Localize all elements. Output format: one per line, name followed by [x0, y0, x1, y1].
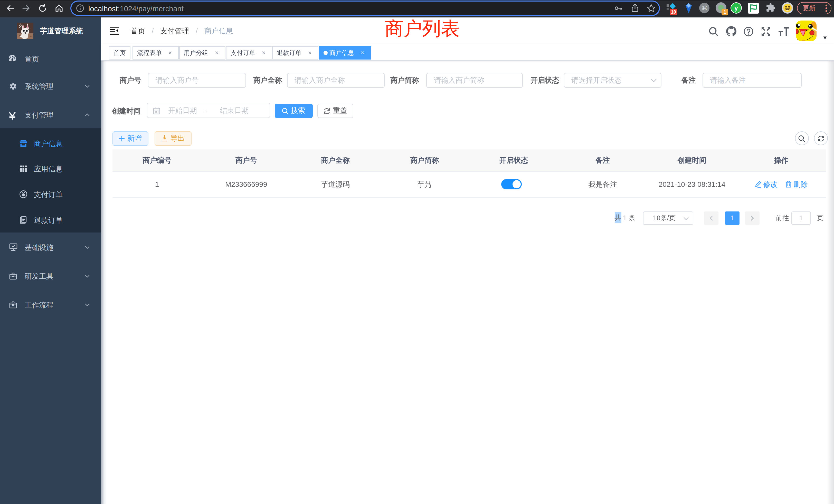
svg-text:10: 10: [671, 9, 676, 15]
svg-text:⌘: ⌘: [701, 5, 707, 12]
svg-text:y: y: [734, 5, 738, 12]
svg-text:1: 1: [723, 9, 726, 15]
